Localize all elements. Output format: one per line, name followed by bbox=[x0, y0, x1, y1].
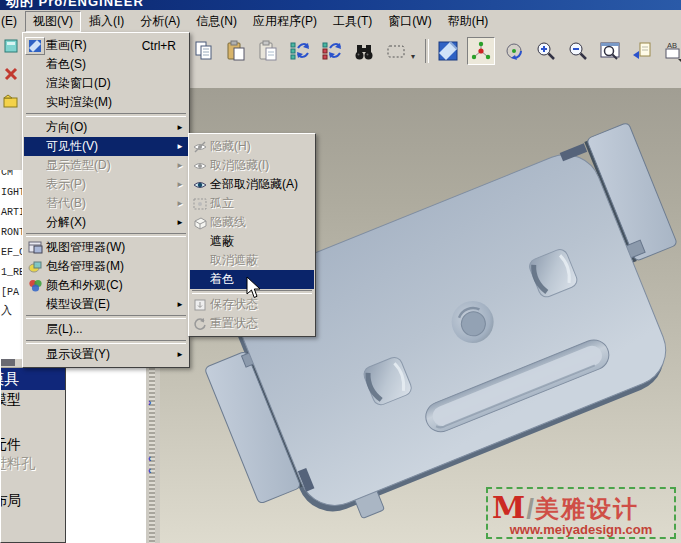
menu-item-label: 包络管理器(M) bbox=[46, 258, 188, 275]
svg-text:AB: AB bbox=[667, 41, 677, 50]
new-object-icon[interactable] bbox=[1, 36, 21, 56]
paste-icon[interactable] bbox=[223, 38, 249, 64]
menu-item-representation: 表示(P) ► bbox=[24, 175, 188, 194]
tree-item[interactable]: 入 bbox=[1, 303, 12, 318]
menu-manager-panel: 模具 模型 元件 进料孔 布局 bbox=[0, 358, 66, 543]
select-box-caret-icon[interactable]: ▾ bbox=[411, 52, 415, 61]
menu-item-realtime-render[interactable]: 实时渲染(M) bbox=[24, 93, 188, 112]
toolbar-separator bbox=[425, 39, 429, 63]
menu-item-label: 替代(B) bbox=[46, 195, 176, 212]
left-toolbar bbox=[0, 32, 23, 170]
paste-special-icon[interactable] bbox=[255, 38, 281, 64]
menu-manager-item-component[interactable]: 元件 bbox=[1, 435, 65, 454]
reset-status-icon bbox=[190, 317, 210, 331]
tree-item[interactable]: [PA bbox=[1, 287, 19, 298]
envelope-manager-icon bbox=[24, 259, 46, 274]
menu-manager-item-layout[interactable]: 布局 bbox=[1, 491, 65, 510]
submenu-item-unhide-all[interactable]: 全部取消隐藏(A) bbox=[190, 175, 314, 194]
submenu-arrow-icon: ► bbox=[176, 300, 188, 309]
spin-center-icon[interactable] bbox=[467, 37, 495, 65]
menu-item-shade[interactable]: 着色(S) bbox=[24, 55, 188, 74]
open-object-icon[interactable] bbox=[1, 92, 21, 112]
menu-item-view-manager[interactable]: 视图管理器(W) bbox=[24, 238, 188, 257]
menu-manager-item-feedhole: 进料孔 bbox=[1, 454, 65, 473]
menu-item-label: 显示设置(Y) bbox=[46, 346, 176, 363]
submenu-item-blank[interactable]: 遮蔽 bbox=[190, 232, 314, 251]
delete-object-icon[interactable] bbox=[1, 64, 21, 84]
menu-manager-item-model[interactable]: 模型 bbox=[1, 390, 65, 409]
menubar-item-window[interactable]: 窗口(W) bbox=[380, 11, 439, 32]
menubar-item-view[interactable]: 视图(V) bbox=[25, 11, 81, 32]
repaint-icon[interactable] bbox=[435, 38, 461, 64]
submenu-arrow-icon: ► bbox=[176, 180, 188, 189]
sash-arrow-open-icon[interactable]: › bbox=[148, 398, 151, 408]
submenu-arrow-icon: ► bbox=[176, 218, 188, 227]
submenu-arrow-icon: ► bbox=[176, 142, 188, 151]
sash-arrow-close-icon[interactable]: ‹ bbox=[148, 466, 151, 476]
submenu-arrow-icon: ► bbox=[176, 199, 188, 208]
menubar-item-info[interactable]: 信息(N) bbox=[188, 11, 245, 32]
menu-item-envelope-manager[interactable]: 包络管理器(M) bbox=[24, 257, 188, 276]
zoom-out-icon[interactable] bbox=[565, 38, 591, 64]
menubar-item-tools[interactable]: 工具(T) bbox=[325, 11, 380, 32]
orient-mode-icon[interactable] bbox=[501, 38, 527, 64]
menu-item-label: 隐藏线 bbox=[210, 214, 314, 231]
menubar-item-edit-partial[interactable]: (E) bbox=[0, 12, 25, 30]
menu-item-label: 重画(R) bbox=[46, 37, 142, 54]
menu-item-label: 视图管理器(W) bbox=[46, 239, 188, 256]
menu-manager-icon bbox=[1, 359, 15, 366]
menu-item-explode[interactable]: 分解(X) ► bbox=[24, 213, 188, 232]
menubar-item-insert[interactable]: 插入(I) bbox=[81, 11, 132, 32]
submenu-item-unblank: 取消遮蔽 bbox=[190, 251, 314, 270]
submenu-item-isolate: 孤立 bbox=[190, 194, 314, 213]
menu-item-label: 可见性(V) bbox=[46, 138, 176, 155]
unhide-icon bbox=[190, 159, 210, 173]
sash-arrow-close-icon[interactable]: ‹ bbox=[148, 454, 151, 464]
view-menu: 重画(R) Ctrl+R 着色(S) 渲染窗口(D) 实时渲染(M) 方向(O)… bbox=[22, 32, 190, 368]
menu-item-label: 实时渲染(M) bbox=[46, 94, 188, 111]
zoom-in-icon[interactable] bbox=[533, 38, 559, 64]
copy-icon[interactable] bbox=[191, 38, 217, 64]
menu-item-label: 表示(P) bbox=[46, 176, 176, 193]
menu-item-override: 替代(B) ► bbox=[24, 194, 188, 213]
menu-item-layers[interactable]: 层(L)... bbox=[24, 320, 188, 339]
menu-item-label: 孤立 bbox=[210, 195, 314, 212]
menu-item-display-settings[interactable]: 显示设置(Y) ► bbox=[24, 345, 188, 364]
menubar-item-analysis[interactable]: 分析(A) bbox=[132, 11, 188, 32]
menu-item-label: 着色(S) bbox=[46, 56, 188, 73]
menu-item-visibility[interactable]: 可见性(V) ► bbox=[24, 137, 188, 156]
isolate-icon bbox=[190, 197, 210, 211]
menu-item-color-appearance[interactable]: 颜色和外观(C) bbox=[24, 276, 188, 295]
regenerate-icon[interactable] bbox=[287, 38, 313, 64]
menu-item-label: 模型设置(E) bbox=[46, 296, 176, 313]
unhide-all-icon bbox=[190, 178, 210, 192]
submenu-item-reset-status: 重置状态 bbox=[190, 314, 314, 333]
refit-icon[interactable] bbox=[597, 38, 623, 64]
hidden-line-icon bbox=[190, 216, 210, 230]
watermark: M / 美雅设计 www.meiyadesign.com bbox=[486, 487, 676, 539]
submenu-arrow-icon: ► bbox=[176, 161, 188, 170]
submenu-item-unhide: 取消隐藏(I) bbox=[190, 156, 314, 175]
visibility-submenu: 隐藏(H) 取消隐藏(I) 全部取消隐藏(A) 孤立 隐藏线 遮蔽 取消遮蔽 着… bbox=[188, 133, 316, 337]
menu-item-repaint[interactable]: 重画(R) Ctrl+R bbox=[24, 36, 188, 55]
save-status-icon bbox=[190, 298, 210, 312]
window-title: 动的 Pro/ENGINEER bbox=[0, 0, 681, 10]
menubar-item-applications[interactable]: 应用程序(P) bbox=[245, 11, 325, 32]
find-icon[interactable] bbox=[351, 38, 377, 64]
view-manager-icon bbox=[24, 240, 46, 255]
menu-item-label: 全部取消隐藏(A) bbox=[210, 176, 314, 193]
menu-item-label: 渲染窗口(D) bbox=[46, 75, 188, 92]
menu-item-model-setup[interactable]: 模型设置(E) ► bbox=[24, 295, 188, 314]
menu-item-orientation[interactable]: 方向(O) ► bbox=[24, 118, 188, 137]
custom-regenerate-icon[interactable] bbox=[319, 38, 345, 64]
menu-item-label: 隐藏(H) bbox=[210, 138, 314, 155]
watermark-logo: M bbox=[492, 495, 525, 521]
submenu-item-hide: 隐藏(H) bbox=[190, 137, 314, 156]
view-flag-icon[interactable] bbox=[629, 38, 655, 64]
datum-tag-icon[interactable]: AB bbox=[661, 38, 681, 64]
repaint-menu-icon bbox=[24, 37, 46, 55]
select-box-icon[interactable] bbox=[383, 38, 409, 64]
menubar-item-help[interactable]: 帮助(H) bbox=[440, 11, 497, 32]
menu-item-label: 分解(X) bbox=[46, 214, 176, 231]
menu-item-render-window[interactable]: 渲染窗口(D) bbox=[24, 74, 188, 93]
